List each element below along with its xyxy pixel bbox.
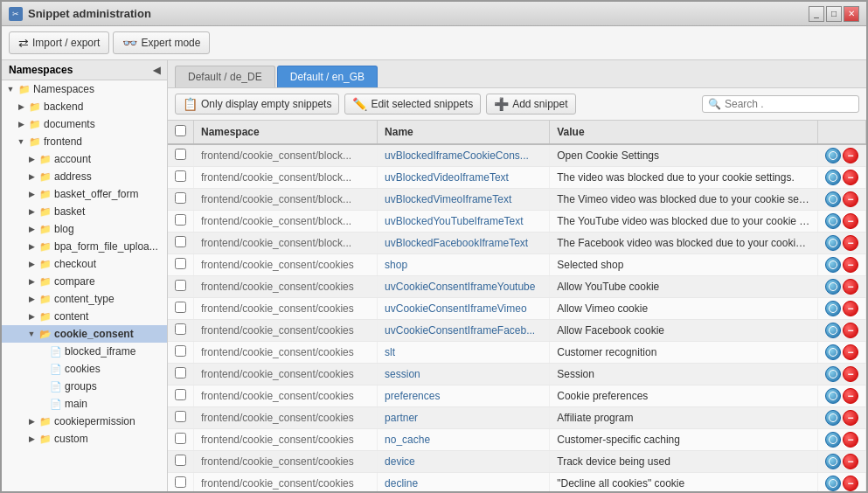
globe-button[interactable] xyxy=(825,432,841,448)
sidebar-toggle-button[interactable]: ◀ xyxy=(153,65,160,76)
tree-node-custom[interactable]: ▶ 📁 custom xyxy=(2,430,167,448)
row-checkbox[interactable] xyxy=(175,170,186,182)
delete-button[interactable]: − xyxy=(843,432,858,448)
row-name[interactable]: uvBlockedYouTubeIframeText xyxy=(378,211,550,233)
globe-button[interactable] xyxy=(825,148,841,163)
delete-button[interactable]: − xyxy=(843,148,858,163)
row-checkbox-cell[interactable] xyxy=(168,189,194,211)
globe-button[interactable] xyxy=(825,410,841,426)
row-checkbox[interactable] xyxy=(175,214,186,226)
tree-node-blocked-iframe[interactable]: 📄 blocked_iframe xyxy=(2,343,167,360)
row-name[interactable]: uvBlockedVideoIframeText xyxy=(378,167,550,189)
delete-button[interactable]: − xyxy=(843,366,858,382)
row-name[interactable]: uvBlockedIframeCookieCons... xyxy=(378,144,550,167)
delete-button[interactable]: − xyxy=(843,323,858,338)
delete-button[interactable]: − xyxy=(843,213,858,229)
delete-button[interactable]: − xyxy=(843,410,858,426)
row-checkbox[interactable] xyxy=(175,323,186,335)
row-checkbox-cell[interactable] xyxy=(168,451,194,473)
delete-button[interactable]: − xyxy=(843,257,858,273)
tree-node-cookies[interactable]: 📄 cookies xyxy=(2,360,167,378)
globe-button[interactable] xyxy=(825,191,841,207)
row-checkbox-cell[interactable] xyxy=(168,364,194,385)
tree-node-main[interactable]: 📄 main xyxy=(2,395,167,413)
row-checkbox-cell[interactable] xyxy=(168,254,194,276)
row-name[interactable]: no_cache xyxy=(378,429,550,451)
globe-button[interactable] xyxy=(825,170,841,185)
tree-node-cookiepermission[interactable]: ▶ 📁 cookiepermission xyxy=(2,413,167,430)
col-value[interactable]: Value xyxy=(550,121,818,144)
delete-button[interactable]: − xyxy=(843,476,858,491)
delete-button[interactable]: − xyxy=(843,301,858,316)
delete-button[interactable]: − xyxy=(843,235,858,251)
tab-de-de[interactable]: Default / de_DE xyxy=(175,66,275,87)
tree-node-documents[interactable]: ▶ 📁 documents xyxy=(2,115,167,133)
tree-node-basket[interactable]: ▶ 📁 basket xyxy=(2,203,167,220)
row-name[interactable]: decline xyxy=(378,473,550,492)
globe-button[interactable] xyxy=(825,213,841,229)
col-namespace[interactable]: Namespace xyxy=(194,121,378,144)
tab-en-gb[interactable]: Default / en_GB xyxy=(277,66,378,87)
row-checkbox[interactable] xyxy=(175,455,186,466)
tree-node-namespaces[interactable]: ▼ 📁 Namespaces xyxy=(2,80,167,98)
globe-button[interactable] xyxy=(825,366,841,382)
globe-button[interactable] xyxy=(825,257,841,273)
restore-button[interactable]: □ xyxy=(826,6,842,22)
row-name[interactable]: uvBlockedVimeoIframeText xyxy=(378,189,550,211)
tree-node-basket-offer-form[interactable]: ▶ 📁 basket_offer_form xyxy=(2,185,167,203)
row-checkbox[interactable] xyxy=(175,433,186,444)
globe-button[interactable] xyxy=(825,323,841,338)
row-checkbox-cell[interactable] xyxy=(168,233,194,254)
delete-button[interactable]: − xyxy=(843,344,858,360)
row-checkbox-cell[interactable] xyxy=(168,298,194,320)
row-name[interactable]: preferences xyxy=(378,385,550,407)
row-name[interactable]: uvCookieConsentIframeVimeo xyxy=(378,298,550,320)
row-checkbox[interactable] xyxy=(175,476,186,488)
expert-mode-button[interactable]: 👓 Expert mode xyxy=(113,31,210,54)
col-checkbox[interactable] xyxy=(168,121,194,144)
tree-node-compare[interactable]: ▶ 📁 compare xyxy=(2,273,167,290)
row-checkbox[interactable] xyxy=(175,367,186,378)
delete-button[interactable]: − xyxy=(843,454,858,469)
globe-button[interactable] xyxy=(825,454,841,469)
tree-node-groups[interactable]: 📄 groups xyxy=(2,378,167,395)
delete-button[interactable]: − xyxy=(843,170,858,185)
delete-button[interactable]: − xyxy=(843,191,858,207)
delete-button[interactable]: − xyxy=(843,388,858,404)
globe-button[interactable] xyxy=(825,388,841,404)
row-name[interactable]: shop xyxy=(378,254,550,276)
row-name[interactable]: partner xyxy=(378,407,550,429)
row-checkbox[interactable] xyxy=(175,149,186,160)
globe-button[interactable] xyxy=(825,344,841,360)
row-checkbox-cell[interactable] xyxy=(168,407,194,429)
tree-node-account[interactable]: ▶ 📁 account xyxy=(2,150,167,168)
tree-node-content-type[interactable]: ▶ 📁 content_type xyxy=(2,290,167,308)
minimize-button[interactable]: _ xyxy=(809,6,824,22)
tree-node-address[interactable]: ▶ 📁 address xyxy=(2,168,167,185)
import-export-button[interactable]: ⇄ Import / export xyxy=(9,31,109,54)
tree-node-blog[interactable]: ▶ 📁 blog xyxy=(2,220,167,238)
row-checkbox[interactable] xyxy=(175,280,186,291)
only-empty-button[interactable]: 📋 Only display empty snippets xyxy=(175,94,339,115)
row-name[interactable]: uvBlockedFacebookIframeText xyxy=(378,233,550,254)
col-name[interactable]: Name xyxy=(378,121,550,144)
tree-node-cookie-consent[interactable]: ▼ 📂 cookie_consent xyxy=(2,325,167,343)
delete-button[interactable]: − xyxy=(843,279,858,295)
globe-button[interactable] xyxy=(825,279,841,295)
row-checkbox-cell[interactable] xyxy=(168,144,194,167)
row-checkbox-cell[interactable] xyxy=(168,342,194,364)
globe-button[interactable] xyxy=(825,301,841,316)
row-checkbox-cell[interactable] xyxy=(168,211,194,233)
tree-node-content[interactable]: ▶ 📁 content xyxy=(2,308,167,325)
select-all-checkbox[interactable] xyxy=(175,125,186,136)
tree-node-bpa-form[interactable]: ▶ 📁 bpa_form_file_uploa... xyxy=(2,238,167,255)
search-input[interactable] xyxy=(725,98,853,110)
row-name[interactable]: device xyxy=(378,451,550,473)
edit-selected-button[interactable]: ✏️ Edit selected snippets xyxy=(344,94,481,115)
tree-node-backend[interactable]: ▶ 📁 backend xyxy=(2,98,167,115)
row-checkbox-cell[interactable] xyxy=(168,276,194,298)
row-checkbox[interactable] xyxy=(175,411,186,422)
add-snippet-button[interactable]: ➕ Add snippet xyxy=(486,94,575,115)
row-checkbox[interactable] xyxy=(175,389,186,400)
row-checkbox-cell[interactable] xyxy=(168,429,194,451)
